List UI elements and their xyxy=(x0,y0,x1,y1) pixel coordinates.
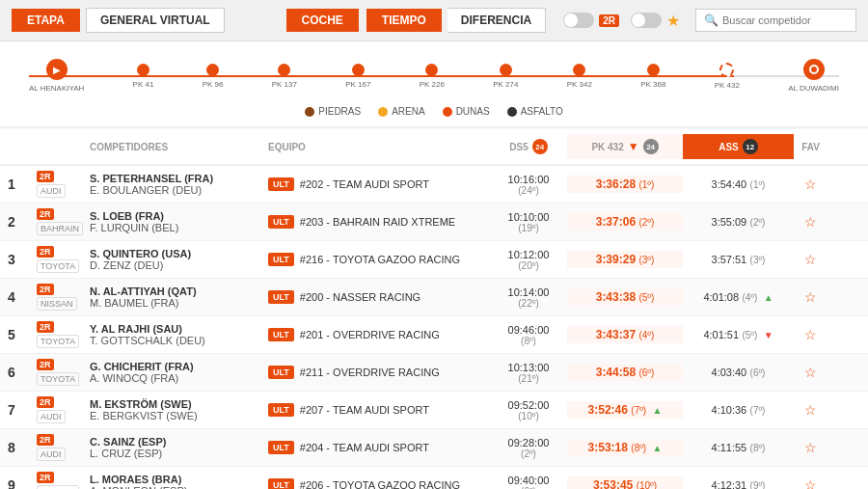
driver1-name: C. SAINZ (ESP) xyxy=(90,436,268,448)
pos-5: 5 xyxy=(8,327,37,342)
pk432-col: 3:36:28 (1º) xyxy=(567,176,683,193)
cp-label-start: AL HENAKIYAH xyxy=(29,84,84,93)
brand-badge: BAHRAIN xyxy=(37,222,83,235)
toggle-star[interactable] xyxy=(631,13,662,28)
cp-label-pk342: PK 342 xyxy=(567,80,592,89)
tab-general-virtual[interactable]: GENERAL VIRTUAL xyxy=(86,8,225,33)
favorite-star-icon[interactable]: ☆ xyxy=(804,177,817,192)
favorite-star-icon[interactable]: ☆ xyxy=(804,289,817,305)
terrain-legend: PIEDRAS ARENA DUNAS ASFALTO xyxy=(19,106,849,119)
competitor-col: Y. AL RAJHI (SAU) T. GOTTSCHALK (DEU) xyxy=(90,323,268,346)
competitor-col: S. LOEB (FRA) F. LURQUIN (BEL) xyxy=(90,210,268,233)
pk432-col: 3:44:58 (6º) xyxy=(567,364,683,381)
search-input[interactable] xyxy=(722,14,848,26)
pos-1: 1 xyxy=(8,177,37,192)
ass-col: 4:01:51 (5º) ▼ xyxy=(683,326,794,343)
pk432-time: 3:43:38 xyxy=(596,290,636,304)
pk432-col: 3:39:29 (3º) xyxy=(567,251,683,268)
team-name: #206 - TOYOTA GAZOO RACING xyxy=(300,479,460,489)
pk432-time: 3:43:37 xyxy=(596,328,636,341)
btn-tiempo[interactable]: TIEMPO xyxy=(366,9,442,32)
badge-2r-row: 2R xyxy=(37,472,54,483)
pk432-col: 3:37:06 (2º) xyxy=(567,213,683,231)
competitor-col: S. QUINTERO (USA) D. ZENZ (DEU) xyxy=(90,248,268,271)
ass-pos: (3º) xyxy=(750,255,766,265)
team-name: #201 - OVERDRIVE RACING xyxy=(300,329,440,340)
cp-label-end: AL DUWADIMI xyxy=(788,84,839,93)
favorite-star-icon[interactable]: ☆ xyxy=(804,440,817,455)
ult-badge: ULT xyxy=(268,366,294,379)
driver1-name: G. CHICHERIT (FRA) xyxy=(90,361,268,372)
badge-2r-row: 2R xyxy=(37,171,54,182)
checkpoint-pk41: PK 41 xyxy=(133,64,154,89)
badge-2r-row: 2R xyxy=(37,321,54,333)
ass-col: 4:01:08 (4º) ▲ xyxy=(683,288,794,306)
driver2-name: M. BAUMEL (FRA) xyxy=(90,297,268,309)
cp-label-pk274: PK 274 xyxy=(493,80,518,89)
fav-col: ☆ xyxy=(794,214,827,230)
ass-pos: (1º) xyxy=(750,179,766,190)
team-col: ULT #211 - OVERDRIVE RACING xyxy=(268,366,490,379)
checkpoint-pk96: PK 96 xyxy=(203,64,224,89)
pos-2: 2 xyxy=(8,214,37,230)
pk432-pos: (2º) xyxy=(638,217,654,228)
competitor-col: M. EKSTRÖM (SWE) E. BERGKVIST (SWE) xyxy=(90,398,268,421)
competitor-col: N. AL-ATTIYAH (QAT) M. BAUMEL (FRA) xyxy=(90,285,268,309)
btn-coche[interactable]: COCHE xyxy=(286,9,359,32)
toggle-2r[interactable] xyxy=(563,13,594,28)
fav-col: ☆ xyxy=(794,327,827,342)
badges-col: 2R AUDI xyxy=(37,171,90,198)
search-box[interactable]: 🔍 xyxy=(695,9,856,32)
col-header-competitors: COMPETIDORES xyxy=(90,142,268,152)
ass-pos: (9º) xyxy=(750,480,766,489)
competitor-col: C. SAINZ (ESP) L. CRUZ (ESP) xyxy=(90,436,268,459)
ult-badge: ULT xyxy=(268,290,294,304)
table-rows-container: 1 2R AUDI S. PETERHANSEL (FRA) E. BOULAN… xyxy=(0,166,868,489)
favorite-star-icon[interactable]: ☆ xyxy=(804,477,817,489)
driver2-name: E. BOULANGER (DEU) xyxy=(90,184,268,196)
pk432-col: 3:43:38 (5º) xyxy=(567,288,683,306)
btn-diferencia[interactable]: DIFERENCIA xyxy=(448,8,546,33)
favorite-star-icon[interactable]: ☆ xyxy=(804,365,817,380)
checkpoint-pk342: PK 342 xyxy=(567,64,592,89)
pk432-pos: (10º) xyxy=(637,480,657,489)
competitor-col: S. PETERHANSEL (FRA) E. BOULANGER (DEU) xyxy=(90,173,268,196)
favorite-star-icon[interactable]: ☆ xyxy=(804,327,817,342)
timeline: ▶ AL HENAKIYAH PK 41 PK 96 PK 137 xyxy=(0,41,868,127)
ds5-col: 10:12:00 (20º) xyxy=(490,249,567,271)
favorite-star-icon[interactable]: ☆ xyxy=(804,214,817,230)
fav-col: ☆ xyxy=(794,477,827,489)
cp-label-pk137: PK 137 xyxy=(272,80,297,89)
ds5-col: 09:40:00 (6º) xyxy=(490,475,567,490)
tab-etapa[interactable]: ETAPA xyxy=(12,9,80,32)
driver2-name: F. LURQUIN (BEL) xyxy=(90,222,268,233)
checkpoint-pk274: PK 274 xyxy=(493,64,518,89)
badge-2r-row: 2R xyxy=(37,208,54,220)
checkpoint-start: ▶ AL HENAKIYAH xyxy=(29,59,84,93)
ds5-col: 09:52:00 (10º) xyxy=(490,399,567,421)
checkpoint-pk368: PK 368 xyxy=(640,64,665,89)
pk432-col: 3:52:46 (7º) ▲ xyxy=(567,401,683,419)
driver2-name: D. ZENZ (DEU) xyxy=(90,259,268,271)
terrain-arena: ARENA xyxy=(378,106,424,117)
cp-label-pk167: PK 167 xyxy=(345,80,370,89)
favorite-star-icon[interactable]: ☆ xyxy=(804,402,817,418)
checkpoint-pk226: PK 226 xyxy=(420,64,445,89)
table-row: 7 2R AUDI M. EKSTRÖM (SWE) E. BERGKVIST … xyxy=(0,392,868,429)
ass-pos: (6º) xyxy=(750,367,766,378)
favorite-star-icon[interactable]: ☆ xyxy=(804,252,817,267)
driver2-name: A. MONLEON (ESP) xyxy=(90,485,268,489)
brand-badge: TOYOTA xyxy=(37,485,79,489)
table-row: 4 2R NISSAN N. AL-ATTIYAH (QAT) M. BAUME… xyxy=(0,279,868,316)
team-name: #216 - TOYOTA GAZOO RACING xyxy=(300,254,460,265)
col-header-pk432: PK 432 ▼ 24 xyxy=(567,134,683,159)
ass-time: 4:01:51 xyxy=(703,329,739,340)
pk432-time: 3:53:45 xyxy=(593,478,633,489)
badge-2r-row: 2R xyxy=(37,246,54,258)
team-col: ULT #204 - TEAM AUDI SPORT xyxy=(268,441,490,454)
driver1-name: M. EKSTRÖM (SWE) xyxy=(90,398,268,410)
badges-col: 2R BAHRAIN xyxy=(37,208,90,235)
driver1-name: S. LOEB (FRA) xyxy=(90,210,268,222)
ass-col: 3:55:09 (2º) xyxy=(683,213,794,231)
team-name: #202 - TEAM AUDI SPORT xyxy=(300,178,429,190)
